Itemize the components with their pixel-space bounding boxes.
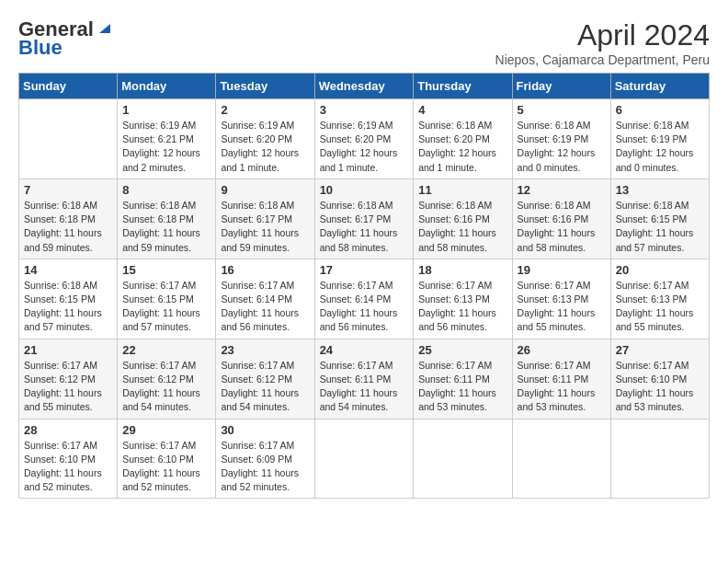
day-number: 9 — [221, 183, 309, 197]
day-number: 24 — [320, 343, 409, 357]
day-number: 4 — [418, 103, 506, 117]
day-number: 12 — [518, 183, 606, 197]
svg-marker-0 — [99, 24, 110, 33]
day-number: 2 — [221, 103, 309, 117]
day-number: 25 — [418, 343, 506, 357]
calendar-cell: 8Sunrise: 6:18 AMSunset: 6:18 PMDaylight… — [118, 178, 216, 259]
calendar-cell: 3Sunrise: 6:19 AMSunset: 6:20 PMDaylight… — [314, 99, 414, 179]
calendar-cell: 15Sunrise: 6:17 AMSunset: 6:15 PMDayligh… — [118, 259, 216, 339]
calendar-cell: 29Sunrise: 6:17 AMSunset: 6:10 PMDayligh… — [118, 419, 216, 499]
day-info: Sunrise: 6:17 AMSunset: 6:13 PMDaylight:… — [518, 279, 606, 335]
day-info: Sunrise: 6:18 AMSunset: 6:19 PMDaylight:… — [518, 119, 606, 175]
day-number: 7 — [24, 183, 112, 197]
title-block: April 2024 Niepos, Cajamarca Department,… — [495, 18, 710, 67]
day-info: Sunrise: 6:17 AMSunset: 6:09 PMDaylight:… — [221, 439, 309, 495]
day-info: Sunrise: 6:18 AMSunset: 6:20 PMDaylight:… — [418, 119, 506, 175]
calendar-cell: 30Sunrise: 6:17 AMSunset: 6:09 PMDayligh… — [216, 419, 314, 499]
calendar-cell: 22Sunrise: 6:17 AMSunset: 6:12 PMDayligh… — [118, 339, 216, 419]
day-info: Sunrise: 6:17 AMSunset: 6:12 PMDaylight:… — [122, 359, 210, 415]
day-info: Sunrise: 6:18 AMSunset: 6:15 PMDaylight:… — [616, 199, 704, 255]
day-info: Sunrise: 6:17 AMSunset: 6:11 PMDaylight:… — [418, 359, 506, 415]
day-header-wednesday: Wednesday — [314, 74, 414, 99]
calendar-cell: 5Sunrise: 6:18 AMSunset: 6:19 PMDaylight… — [512, 99, 610, 179]
location-subtitle: Niepos, Cajamarca Department, Peru — [495, 52, 710, 67]
day-info: Sunrise: 6:17 AMSunset: 6:14 PMDaylight:… — [320, 279, 409, 335]
day-number: 3 — [320, 103, 409, 117]
logo-blue-text: Blue — [18, 37, 63, 59]
calendar-week-row: 14Sunrise: 6:18 AMSunset: 6:15 PMDayligh… — [19, 259, 710, 339]
calendar-cell: 14Sunrise: 6:18 AMSunset: 6:15 PMDayligh… — [19, 259, 118, 339]
day-info: Sunrise: 6:17 AMSunset: 6:12 PMDaylight:… — [24, 359, 112, 415]
day-info: Sunrise: 6:17 AMSunset: 6:14 PMDaylight:… — [221, 279, 309, 335]
calendar-cell: 10Sunrise: 6:18 AMSunset: 6:17 PMDayligh… — [314, 178, 414, 259]
calendar-cell: 19Sunrise: 6:17 AMSunset: 6:13 PMDayligh… — [512, 259, 610, 339]
day-info: Sunrise: 6:17 AMSunset: 6:12 PMDaylight:… — [221, 359, 309, 415]
day-number: 8 — [122, 183, 210, 197]
day-number: 11 — [418, 183, 506, 197]
calendar-cell: 2Sunrise: 6:19 AMSunset: 6:20 PMDaylight… — [216, 99, 314, 179]
day-number: 27 — [616, 343, 704, 357]
day-info: Sunrise: 6:17 AMSunset: 6:13 PMDaylight:… — [616, 279, 704, 335]
day-header-friday: Friday — [512, 74, 610, 99]
calendar-cell — [414, 419, 512, 499]
calendar-cell: 18Sunrise: 6:17 AMSunset: 6:13 PMDayligh… — [414, 259, 512, 339]
calendar-cell: 1Sunrise: 6:19 AMSunset: 6:21 PMDaylight… — [118, 99, 216, 179]
calendar-cell: 21Sunrise: 6:17 AMSunset: 6:12 PMDayligh… — [19, 339, 118, 419]
calendar-cell: 20Sunrise: 6:17 AMSunset: 6:13 PMDayligh… — [610, 259, 709, 339]
calendar-cell — [19, 99, 118, 179]
day-info: Sunrise: 6:17 AMSunset: 6:11 PMDaylight:… — [518, 359, 606, 415]
day-number: 13 — [616, 183, 704, 197]
day-number: 30 — [221, 423, 309, 437]
day-info: Sunrise: 6:17 AMSunset: 6:11 PMDaylight:… — [320, 359, 409, 415]
day-number: 18 — [418, 263, 506, 277]
calendar-cell — [512, 419, 610, 499]
calendar-week-row: 1Sunrise: 6:19 AMSunset: 6:21 PMDaylight… — [19, 99, 710, 179]
day-info: Sunrise: 6:18 AMSunset: 6:16 PMDaylight:… — [518, 199, 606, 255]
day-info: Sunrise: 6:18 AMSunset: 6:17 PMDaylight:… — [221, 199, 309, 255]
calendar-cell: 23Sunrise: 6:17 AMSunset: 6:12 PMDayligh… — [216, 339, 314, 419]
day-info: Sunrise: 6:18 AMSunset: 6:15 PMDaylight:… — [24, 279, 112, 335]
day-number: 6 — [616, 103, 704, 117]
day-info: Sunrise: 6:18 AMSunset: 6:19 PMDaylight:… — [616, 119, 704, 175]
day-info: Sunrise: 6:17 AMSunset: 6:10 PMDaylight:… — [122, 439, 210, 495]
calendar-week-row: 7Sunrise: 6:18 AMSunset: 6:18 PMDaylight… — [19, 178, 710, 259]
calendar-cell — [314, 419, 414, 499]
day-number: 21 — [24, 343, 112, 357]
day-number: 17 — [320, 263, 409, 277]
day-info: Sunrise: 6:18 AMSunset: 6:18 PMDaylight:… — [24, 199, 112, 255]
day-info: Sunrise: 6:19 AMSunset: 6:21 PMDaylight:… — [122, 119, 210, 175]
calendar-cell: 16Sunrise: 6:17 AMSunset: 6:14 PMDayligh… — [216, 259, 314, 339]
day-number: 23 — [221, 343, 309, 357]
page-header: General Blue April 2024 Niepos, Cajamarc… — [18, 18, 710, 67]
day-info: Sunrise: 6:17 AMSunset: 6:10 PMDaylight:… — [616, 359, 704, 415]
day-number: 19 — [518, 263, 606, 277]
day-number: 29 — [122, 423, 210, 437]
calendar-week-row: 28Sunrise: 6:17 AMSunset: 6:10 PMDayligh… — [19, 419, 710, 499]
calendar-week-row: 21Sunrise: 6:17 AMSunset: 6:12 PMDayligh… — [19, 339, 710, 419]
day-header-saturday: Saturday — [610, 74, 709, 99]
day-number: 1 — [122, 103, 210, 117]
calendar-cell: 25Sunrise: 6:17 AMSunset: 6:11 PMDayligh… — [414, 339, 512, 419]
day-number: 14 — [24, 263, 112, 277]
calendar-body: 1Sunrise: 6:19 AMSunset: 6:21 PMDaylight… — [19, 99, 710, 499]
day-header-tuesday: Tuesday — [216, 74, 314, 99]
day-info: Sunrise: 6:18 AMSunset: 6:18 PMDaylight:… — [122, 199, 210, 255]
logo: General Blue — [18, 18, 110, 59]
calendar-cell: 13Sunrise: 6:18 AMSunset: 6:15 PMDayligh… — [610, 178, 709, 259]
day-info: Sunrise: 6:19 AMSunset: 6:20 PMDaylight:… — [221, 119, 309, 175]
calendar-cell: 28Sunrise: 6:17 AMSunset: 6:10 PMDayligh… — [19, 419, 118, 499]
day-header-sunday: Sunday — [19, 74, 118, 99]
calendar-header-row: SundayMondayTuesdayWednesdayThursdayFrid… — [19, 74, 710, 99]
calendar-cell: 26Sunrise: 6:17 AMSunset: 6:11 PMDayligh… — [512, 339, 610, 419]
calendar-cell: 11Sunrise: 6:18 AMSunset: 6:16 PMDayligh… — [414, 178, 512, 259]
day-number: 15 — [122, 263, 210, 277]
calendar-table: SundayMondayTuesdayWednesdayThursdayFrid… — [18, 73, 710, 499]
day-header-monday: Monday — [118, 74, 216, 99]
logo-icon — [96, 20, 110, 35]
calendar-cell — [610, 419, 709, 499]
calendar-cell: 7Sunrise: 6:18 AMSunset: 6:18 PMDaylight… — [19, 178, 118, 259]
day-number: 22 — [122, 343, 210, 357]
month-title: April 2024 — [495, 18, 710, 52]
calendar-cell: 12Sunrise: 6:18 AMSunset: 6:16 PMDayligh… — [512, 178, 610, 259]
day-info: Sunrise: 6:17 AMSunset: 6:10 PMDaylight:… — [24, 439, 112, 495]
